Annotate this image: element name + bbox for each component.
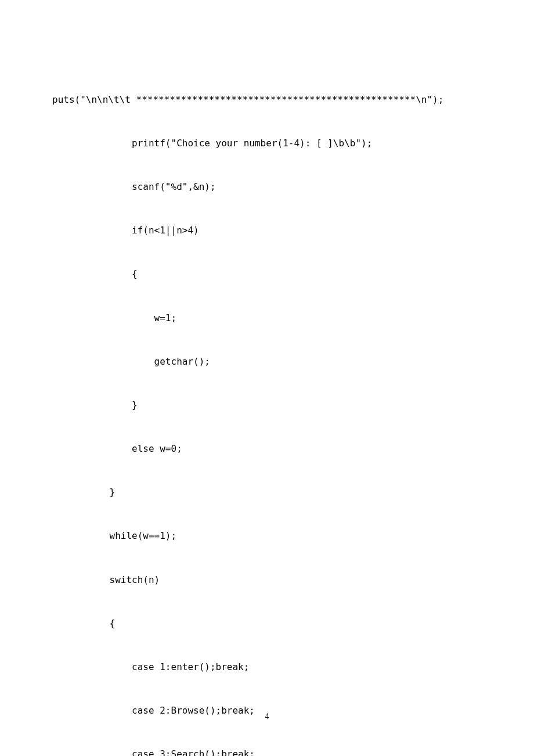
code-line: getchar(); <box>87 351 482 373</box>
document-page: puts("\n\n\t\t *************************… <box>0 0 534 756</box>
code-line: w=1; <box>87 307 482 329</box>
code-line: case 1:enter();break; <box>87 656 482 678</box>
code-line: } <box>87 481 482 503</box>
code-line: { <box>87 263 482 285</box>
code-line: puts("\n\n\t\t *************************… <box>52 89 482 111</box>
content-area: puts("\n\n\t\t *************************… <box>87 67 482 756</box>
code-line: case 3:Search();break; <box>87 743 482 756</box>
code-line: if(n<1||n>4) <box>87 219 482 242</box>
code-line: } <box>87 394 482 416</box>
code-block-1: puts("\n\n\t\t *************************… <box>87 67 482 756</box>
code-line: { <box>87 613 482 635</box>
code-line: printf("Choice your number(1-4): [ ]\b\b… <box>87 132 482 154</box>
code-line: else w=0; <box>87 438 482 460</box>
page-number: 4 <box>0 712 534 721</box>
code-line: switch(n) <box>87 569 482 591</box>
code-line: scanf("%d",&n); <box>87 176 482 198</box>
code-line: while(w==1); <box>87 525 482 547</box>
